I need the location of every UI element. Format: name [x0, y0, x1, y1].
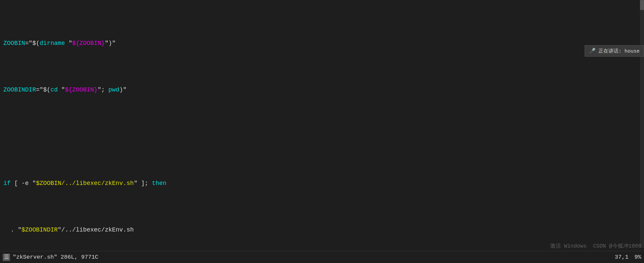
scrollbar[interactable] [640, 0, 644, 248]
status-left: ☰ "zkServer.sh" 286L, 9771C [3, 254, 98, 261]
code-line-4: if [ -e "$ZOOBIN/../libexec/zkEnv.sh" ];… [2, 179, 644, 188]
code-content: ZOOBIN="$(dirname "${ZOOBIN}")" ZOOBINDI… [0, 0, 644, 263]
windows-text: 激活 Windows [550, 243, 587, 249]
csdn-text: CSDN @今狐冲1008 [593, 243, 641, 249]
code-line-3 [2, 132, 644, 141]
scrollbar-thumb[interactable] [640, 0, 644, 10]
code-line-2: ZOOBINDIR="$(cd "${ZOOBIN}"; pwd)" [2, 85, 644, 95]
tooltip-text: 正在讲话: house [598, 48, 640, 54]
editor-area: ZOOBIN="$(dirname "${ZOOBIN}")" ZOOBINDI… [0, 0, 644, 263]
status-bar: ☰ "zkServer.sh" 286L, 9771C 37,1 9% [0, 251, 644, 263]
code-line-5: . "$ZOOBINDIR"/../libexec/zkEnv.sh [2, 225, 644, 235]
windows-watermark: 激活 Windows CSDN @今狐冲1008 [550, 243, 641, 250]
cursor-position: 37,1 [615, 254, 629, 260]
code-line-1: ZOOBIN="$(dirname "${ZOOBIN}")" [2, 39, 644, 48]
menu-icon[interactable]: ☰ [3, 254, 10, 261]
mic-icon: 🎤 [589, 48, 596, 54]
file-info: "zkServer.sh" 286L, 9771C [13, 254, 98, 260]
scroll-percent: 9% [635, 254, 641, 260]
status-right: 37,1 9% [615, 254, 641, 260]
tooltip-popup: 🎤 正在讲话: house [585, 45, 644, 57]
